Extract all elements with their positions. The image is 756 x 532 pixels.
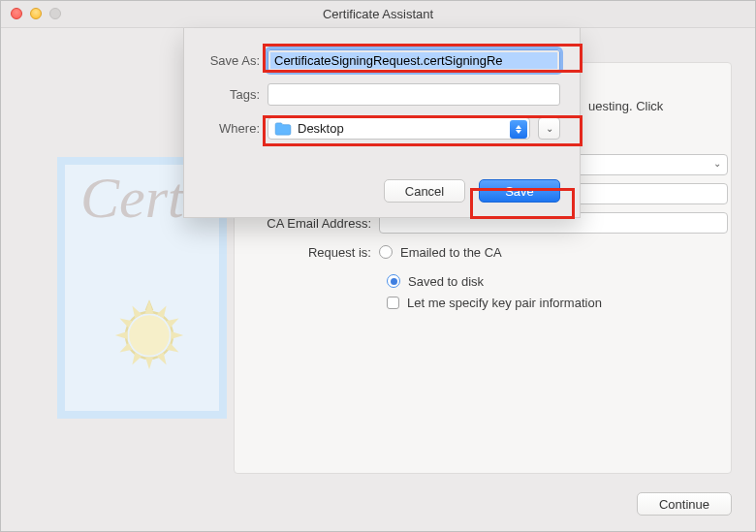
save-as-label: Save As: xyxy=(184,53,268,68)
instruction-fragment: uesting. Click xyxy=(588,99,663,113)
window-controls xyxy=(11,8,61,19)
radio-saved[interactable] xyxy=(387,274,400,288)
expand-button[interactable]: ⌄ xyxy=(538,117,560,140)
where-select[interactable]: Desktop xyxy=(268,117,530,140)
save-button-label: Save xyxy=(505,184,534,199)
certificate-assistant-window: Certificate Assistant Certi xyxy=(0,0,756,532)
svg-point-1 xyxy=(130,315,171,356)
window-title: Certificate Assistant xyxy=(323,7,433,21)
radio-emailed-label: Emailed to the CA xyxy=(400,245,502,260)
checkbox-keypair-label: Let me specify key pair information xyxy=(407,296,602,310)
radio-emailed[interactable] xyxy=(379,245,393,259)
folder-icon xyxy=(274,122,292,136)
minimize-icon[interactable] xyxy=(30,8,42,19)
sheet-actions: Cancel Save xyxy=(384,179,560,203)
titlebar: Certificate Assistant xyxy=(1,1,755,28)
tags-input[interactable] xyxy=(268,83,560,106)
cancel-button[interactable]: Cancel xyxy=(384,179,465,203)
checkbox-keypair[interactable] xyxy=(387,297,399,309)
save-button[interactable]: Save xyxy=(479,179,560,203)
radio-saved-label: Saved to disk xyxy=(408,274,484,289)
continue-button[interactable]: Continue xyxy=(637,492,732,516)
save-as-input[interactable] xyxy=(268,49,560,72)
certificate-script-text: Certi xyxy=(80,165,200,232)
seal-icon xyxy=(110,297,188,374)
where-label: Where: xyxy=(184,121,268,136)
chevron-down-icon: ⌄ xyxy=(546,123,553,134)
close-icon[interactable] xyxy=(11,8,22,19)
tags-label: Tags: xyxy=(184,87,268,102)
request-is-label: Request is: xyxy=(253,245,379,260)
where-value: Desktop xyxy=(298,121,344,136)
zoom-icon xyxy=(49,8,61,19)
footer-actions: Continue xyxy=(637,492,732,516)
save-sheet: Save As: Tags: Where: Desktop xyxy=(183,28,581,218)
updown-caret-icon xyxy=(510,120,527,139)
continue-button-label: Continue xyxy=(659,497,709,512)
cancel-button-label: Cancel xyxy=(405,184,444,199)
chevron-updown-icon: ⌄ xyxy=(713,158,721,169)
